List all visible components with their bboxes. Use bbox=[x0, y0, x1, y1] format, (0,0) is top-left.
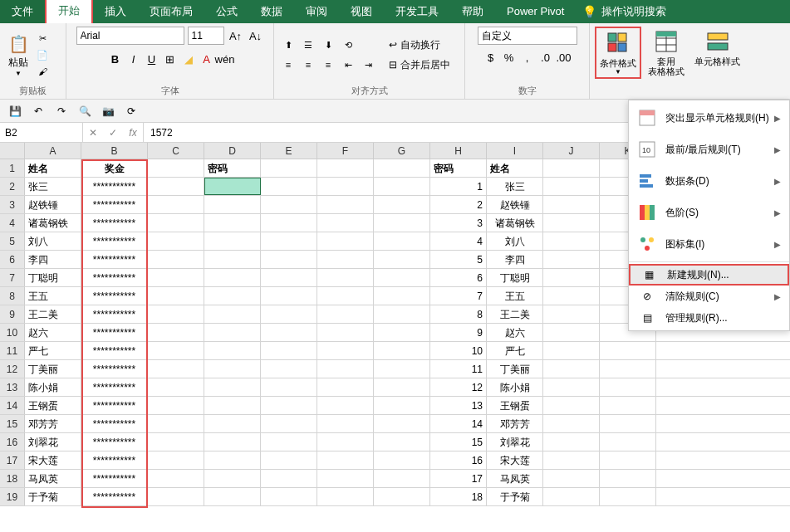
fx-button[interactable]: fx bbox=[123, 123, 143, 142]
cell-B9[interactable]: *********** bbox=[81, 305, 148, 323]
cell-H11[interactable]: 10 bbox=[430, 342, 487, 359]
cell-C16[interactable] bbox=[148, 433, 204, 451]
align-left-button[interactable]: ≡ bbox=[279, 56, 297, 74]
align-bottom-button[interactable]: ⬇ bbox=[319, 36, 337, 54]
row-header-13[interactable]: 13 bbox=[0, 378, 25, 396]
cell-G5[interactable] bbox=[374, 232, 430, 250]
font-color-button[interactable]: A bbox=[199, 50, 215, 68]
cell-E12[interactable] bbox=[261, 360, 317, 378]
wrap-text-button[interactable]: ↩ 自动换行 bbox=[385, 36, 454, 54]
cell-G12[interactable] bbox=[374, 360, 430, 378]
cell-G13[interactable] bbox=[374, 378, 430, 396]
row-header-5[interactable]: 5 bbox=[0, 232, 25, 250]
cell-E2[interactable] bbox=[261, 178, 317, 195]
cell-F15[interactable] bbox=[317, 415, 374, 432]
cell-C10[interactable] bbox=[148, 324, 204, 341]
col-header-D[interactable]: D bbox=[204, 143, 261, 159]
cell-H8[interactable]: 7 bbox=[430, 287, 487, 305]
cell-J8[interactable] bbox=[543, 287, 600, 305]
underline-button[interactable]: U bbox=[144, 50, 160, 68]
cell-F1[interactable] bbox=[317, 159, 374, 177]
cell-E1[interactable] bbox=[261, 159, 317, 177]
cell-B12[interactable]: *********** bbox=[81, 360, 148, 378]
cell-I8[interactable]: 王五 bbox=[487, 287, 543, 305]
cell-H15[interactable]: 14 bbox=[430, 415, 487, 432]
cell-C7[interactable] bbox=[148, 269, 204, 286]
cell-C8[interactable] bbox=[148, 287, 204, 305]
cell-C2[interactable] bbox=[148, 178, 204, 195]
cell-J2[interactable] bbox=[543, 178, 600, 195]
tell-me-search[interactable]: 💡 操作说明搜索 bbox=[582, 4, 666, 19]
cell-I10[interactable]: 赵六 bbox=[487, 324, 543, 341]
cell-I16[interactable]: 刘翠花 bbox=[487, 433, 543, 451]
cell-E7[interactable] bbox=[261, 269, 317, 286]
row-header-8[interactable]: 8 bbox=[0, 287, 25, 305]
menu-top-bottom-rules[interactable]: 10 最前/最后规则(T) ▶ bbox=[629, 134, 789, 165]
cell-B3[interactable]: *********** bbox=[81, 196, 148, 213]
cell-D12[interactable] bbox=[204, 360, 261, 378]
cell-J16[interactable] bbox=[543, 433, 600, 451]
cell-G8[interactable] bbox=[374, 287, 430, 305]
cell-A4[interactable]: 诸葛钢铁 bbox=[25, 214, 81, 232]
cell-C14[interactable] bbox=[148, 397, 204, 414]
row-header-1[interactable]: 1 bbox=[0, 159, 25, 177]
cell-D4[interactable] bbox=[204, 214, 261, 232]
cell-C12[interactable] bbox=[148, 360, 204, 378]
cell-D7[interactable] bbox=[204, 269, 261, 286]
cell-A9[interactable]: 王二美 bbox=[25, 305, 81, 323]
cell-D8[interactable] bbox=[204, 287, 261, 305]
select-all-corner[interactable] bbox=[0, 143, 25, 159]
cell-D6[interactable] bbox=[204, 251, 261, 268]
row-header-10[interactable]: 10 bbox=[0, 324, 25, 341]
copy-button[interactable]: 📄 bbox=[35, 47, 50, 62]
menu-data-bars[interactable]: 数据条(D) ▶ bbox=[629, 165, 789, 197]
row-header-9[interactable]: 9 bbox=[0, 305, 25, 323]
row-header-2[interactable]: 2 bbox=[0, 178, 25, 195]
cell-J6[interactable] bbox=[543, 251, 600, 268]
cell-F13[interactable] bbox=[317, 378, 374, 396]
cell-J18[interactable] bbox=[543, 470, 600, 487]
row-header-16[interactable]: 16 bbox=[0, 433, 25, 451]
indent-increase-button[interactable]: ⇥ bbox=[359, 56, 377, 74]
cell-D13[interactable] bbox=[204, 378, 261, 396]
cell-J9[interactable] bbox=[543, 305, 600, 323]
cell-G6[interactable] bbox=[374, 251, 430, 268]
cell-A19[interactable]: 于予菊 bbox=[25, 488, 81, 505]
number-format-select[interactable] bbox=[478, 27, 577, 45]
cell-I1[interactable]: 姓名 bbox=[487, 159, 543, 177]
cell-E8[interactable] bbox=[261, 287, 317, 305]
cell-D5[interactable] bbox=[204, 232, 261, 250]
menu-highlight-cells[interactable]: 突出显示单元格规则(H) ▶ bbox=[629, 102, 789, 134]
align-middle-button[interactable]: ☰ bbox=[299, 36, 317, 54]
cell-G3[interactable] bbox=[374, 196, 430, 213]
cell-H17[interactable]: 16 bbox=[430, 451, 487, 469]
cell-H6[interactable]: 5 bbox=[430, 251, 487, 268]
cell-I14[interactable]: 王钢蛋 bbox=[487, 397, 543, 414]
cell-B7[interactable]: *********** bbox=[81, 269, 148, 286]
cell-K16[interactable] bbox=[600, 433, 656, 451]
cell-C13[interactable] bbox=[148, 378, 204, 396]
camera-button[interactable]: 📷 bbox=[100, 103, 116, 120]
cell-B4[interactable]: *********** bbox=[81, 214, 148, 232]
tab-insert[interactable]: 插入 bbox=[93, 0, 138, 23]
cell-H2[interactable]: 1 bbox=[430, 178, 487, 195]
cell-D16[interactable] bbox=[204, 433, 261, 451]
cut-button[interactable]: ✂ bbox=[35, 31, 50, 46]
menu-color-scales[interactable]: 色阶(S) ▶ bbox=[629, 197, 789, 228]
cell-G14[interactable] bbox=[374, 397, 430, 414]
cell-G11[interactable] bbox=[374, 342, 430, 359]
cell-H16[interactable]: 15 bbox=[430, 433, 487, 451]
increase-font-button[interactable]: A↑ bbox=[228, 27, 244, 45]
cell-H9[interactable]: 8 bbox=[430, 305, 487, 323]
cell-C1[interactable] bbox=[148, 159, 204, 177]
cell-G19[interactable] bbox=[374, 488, 430, 505]
cell-F9[interactable] bbox=[317, 305, 374, 323]
cell-I11[interactable]: 严七 bbox=[487, 342, 543, 359]
font-size-select[interactable] bbox=[188, 27, 224, 45]
currency-button[interactable]: $ bbox=[483, 48, 499, 66]
cell-C9[interactable] bbox=[148, 305, 204, 323]
refresh-button[interactable]: ⟳ bbox=[123, 103, 140, 120]
cell-E5[interactable] bbox=[261, 232, 317, 250]
format-as-table-button[interactable]: 套用表格格式 bbox=[645, 27, 688, 78]
decrease-font-button[interactable]: A↓ bbox=[248, 27, 264, 45]
